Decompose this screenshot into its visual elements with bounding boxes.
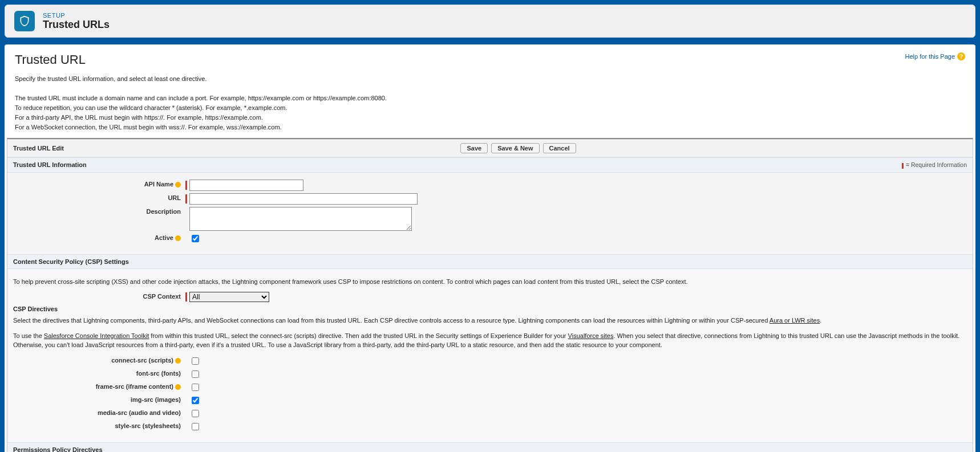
description-label: Description bbox=[13, 207, 184, 215]
required-legend: = Required Information bbox=[902, 161, 967, 168]
csp-help-text: To help prevent cross-site scripting (XS… bbox=[13, 277, 967, 287]
info-section-bar: Trusted URL Information = Required Infor… bbox=[7, 157, 973, 172]
style-src-checkbox[interactable] bbox=[192, 423, 199, 430]
aura-lwr-link[interactable]: Aura or LWR sites bbox=[770, 317, 820, 324]
img-src-label: img-src (images) bbox=[13, 395, 184, 403]
perm-section-bar: Permissions Policy Directives bbox=[7, 442, 973, 453]
frame-src-checkbox[interactable] bbox=[192, 384, 199, 391]
help-icon: ? bbox=[957, 52, 965, 60]
info-icon bbox=[175, 384, 181, 390]
edit-section-title: Trusted URL Edit bbox=[13, 145, 64, 152]
setup-label: SETUP bbox=[43, 12, 110, 19]
connect-src-checkbox[interactable] bbox=[192, 357, 199, 365]
font-src-checkbox[interactable] bbox=[192, 370, 199, 378]
shield-icon bbox=[14, 11, 35, 31]
info-icon bbox=[175, 358, 181, 364]
help-for-page-link[interactable]: Help for this Page ? bbox=[905, 52, 965, 60]
info-section-title: Trusted URL Information bbox=[13, 161, 87, 168]
csp-section-bar: Content Security Policy (CSP) Settings bbox=[7, 254, 973, 269]
setup-header: SETUP Trusted URLs bbox=[5, 5, 975, 38]
csp-directives-help-2: To use the Salesforce Console Integratio… bbox=[13, 331, 967, 350]
console-toolkit-link[interactable]: Salesforce Console Integration Toolkit bbox=[44, 332, 149, 339]
required-indicator bbox=[185, 292, 187, 302]
required-indicator bbox=[185, 194, 187, 203]
url-label: URL bbox=[13, 193, 184, 201]
api-name-label: API Name bbox=[144, 181, 173, 188]
csp-directives-title: CSP Directives bbox=[13, 306, 967, 312]
page-title: Trusted URL bbox=[15, 52, 86, 67]
url-input[interactable] bbox=[189, 193, 418, 205]
info-section-body: API Name URL Description Active bbox=[7, 173, 973, 254]
csp-directives-help-1: Select the directives that Lightning com… bbox=[13, 316, 967, 325]
style-src-label: style-src (stylesheets) bbox=[13, 421, 184, 429]
media-src-checkbox[interactable] bbox=[192, 410, 199, 417]
visualforce-sites-link[interactable]: Visualforce sites bbox=[568, 332, 614, 339]
api-name-input[interactable] bbox=[189, 180, 303, 191]
csp-section-title: Content Security Policy (CSP) Settings bbox=[13, 258, 129, 265]
perm-section-title: Permissions Policy Directives bbox=[13, 446, 103, 453]
required-indicator bbox=[185, 181, 187, 190]
save-button[interactable]: Save bbox=[460, 143, 488, 153]
description-textarea[interactable] bbox=[189, 207, 412, 231]
media-src-label: media-src (audio and video) bbox=[13, 408, 184, 416]
main-card: Trusted URL Help for this Page ? Specify… bbox=[5, 44, 975, 452]
frame-src-label: frame-src (iframe content) bbox=[96, 383, 173, 390]
img-src-checkbox[interactable] bbox=[192, 397, 199, 404]
edit-section-bar: Trusted URL Edit Save Save & New Cancel bbox=[7, 139, 973, 157]
csp-context-select[interactable]: All bbox=[189, 292, 269, 302]
save-and-new-button[interactable]: Save & New bbox=[491, 143, 539, 153]
intro-text: Specify the trusted URL information, and… bbox=[6, 71, 974, 138]
csp-section-body: To help prevent cross-site scripting (XS… bbox=[7, 269, 973, 442]
csp-context-label: CSP Context bbox=[13, 292, 184, 300]
info-icon bbox=[175, 235, 181, 241]
font-src-label: font-src (fonts) bbox=[13, 369, 184, 377]
cancel-button[interactable]: Cancel bbox=[543, 143, 576, 153]
active-checkbox[interactable] bbox=[192, 235, 199, 242]
info-icon bbox=[175, 182, 181, 188]
active-label: Active bbox=[155, 234, 173, 241]
header-title: Trusted URLs bbox=[43, 19, 110, 31]
connect-src-label: connect-src (scripts) bbox=[111, 357, 173, 364]
